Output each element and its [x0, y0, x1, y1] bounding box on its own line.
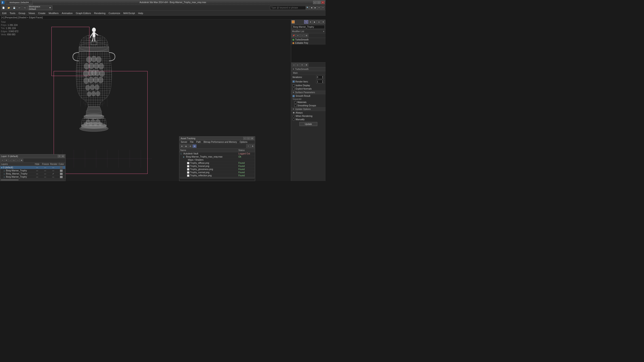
always-radio[interactable] [292, 112, 295, 114]
mod-pin-icon[interactable]: 📌 [292, 34, 296, 37]
mod-select-icon[interactable]: ↕ [300, 34, 304, 37]
layers-move-button[interactable]: → [16, 159, 20, 162]
smoothing-groups-checkbox[interactable] [294, 105, 296, 107]
minimize-button[interactable]: − [313, 1, 317, 4]
asset-close-button[interactable]: ✕ [250, 137, 254, 140]
asset-row-diffuse[interactable]: ⬜ Trophy_diffuse.png Found [179, 162, 255, 165]
menu-create[interactable]: Create [37, 11, 47, 15]
asset-menu-bar: Server File Path Bitmap Performance and … [179, 140, 255, 144]
layers-new-button[interactable]: + [1, 159, 4, 162]
panel-tab-utilities[interactable]: ⚙ [321, 20, 325, 24]
layer-row-1[interactable]: ▷ Borg-Warner_Trophy — — — [0, 169, 65, 172]
mod-list-icon[interactable]: ≡ [296, 34, 300, 37]
menu-graph-editors[interactable]: Graph Editors [74, 11, 92, 15]
color-swatch[interactable] [292, 20, 295, 23]
asset-row-vault[interactable]: ⬡ Autodesk Vault Logged Out [179, 152, 255, 155]
asset-row-max-file[interactable]: ◈ Borg-Warner_Trophy_max_vray.max Ok [179, 155, 255, 158]
explicit-normals-checkbox[interactable] [292, 88, 295, 90]
materials-checkbox[interactable] [294, 101, 296, 103]
sub-icon4[interactable]: ⊞ [304, 63, 308, 67]
panel-tab-modify[interactable]: ✎ [304, 20, 308, 24]
sub-icon1[interactable]: ◁ [292, 63, 296, 67]
maximize-button[interactable]: □ [317, 1, 321, 4]
layers-help-button[interactable]: ? [58, 155, 61, 158]
asset-menu-server[interactable]: Server [179, 140, 188, 144]
asset-row-glossiness[interactable]: ⬜ Trophy_glossiness.png Found [179, 168, 255, 171]
update-button[interactable]: Update [300, 122, 317, 126]
layers-add-button[interactable]: ↓ [8, 159, 12, 162]
layers-merge-button[interactable]: ⊕ [20, 159, 23, 162]
modifier-editable-poly[interactable]: Editable Poly [291, 41, 326, 45]
asset-maximize-button[interactable]: □ [247, 137, 250, 140]
asset-hscrollbar[interactable] [179, 177, 255, 179]
manually-radio[interactable] [292, 118, 295, 121]
surface-params-header[interactable]: ▼ Surface Parameters [291, 90, 326, 94]
viewport[interactable]: Total Polys: 1 281 224 Tris: 1 281 224 E… [0, 20, 291, 181]
new-button[interactable]: 📄 [1, 5, 6, 10]
layers-scrollbar[interactable] [1, 179, 65, 181]
update-options-header[interactable]: ▼ Update Options [291, 107, 326, 111]
smooth-result-checkbox[interactable] [292, 95, 295, 97]
workspace-dropdown[interactable]: Workspace: Default ▼ [28, 5, 52, 10]
layers-select-button[interactable]: ◇ [12, 159, 16, 162]
modifier-turbosmooth[interactable]: TurboSmooth [291, 38, 326, 41]
asset-icon4-active[interactable]: ⊠ [192, 144, 196, 148]
open-button[interactable]: 📂 [6, 5, 11, 10]
asset-menu-bitmap[interactable]: Bitmap Performance and Memory [202, 140, 238, 144]
menu-group[interactable]: Group [17, 11, 27, 15]
menu-rendering[interactable]: Rendering [93, 11, 107, 15]
panel-tab-display[interactable]: ◎ [317, 20, 321, 24]
isoline-checkbox[interactable] [292, 84, 295, 87]
menu-animation[interactable]: Animation [60, 11, 74, 15]
object-name-field[interactable]: Borg-Warner_Trophy [292, 25, 325, 29]
layer-row-3[interactable]: ▷ Borg-Warner_Trophy — — — [0, 175, 65, 179]
asset-row-reflection[interactable]: ⬜ Trophy_reflection.png Found [179, 174, 255, 177]
menu-help[interactable]: Help [137, 11, 145, 15]
search-help-icon[interactable]: ? [321, 6, 325, 10]
close-button[interactable]: ✕ [321, 1, 325, 4]
sub-icon2[interactable]: ▷ [296, 63, 300, 67]
menu-customize[interactable]: Customize [107, 11, 122, 15]
search-expand-icon[interactable]: ◀ [310, 6, 313, 10]
when-rendering-radio[interactable] [292, 115, 295, 117]
asset-settings-icon[interactable]: ⚙ [250, 144, 254, 148]
toolbar-quick-access[interactable]: Workspace: Default ▼ [6, 0, 33, 5]
asset-row-maps[interactable]: Maps / Shaders [179, 158, 255, 162]
panel-tab-motion[interactable]: ▶ [312, 20, 317, 24]
panel-tab-hierarchy[interactable]: ⊕ [308, 20, 312, 24]
layer-row-2[interactable]: ▷ Borg_Warner_Trophy — — ✓ [0, 172, 65, 175]
search-next-icon[interactable]: ▶ [314, 6, 317, 10]
search-options-icon[interactable]: ≡ [317, 6, 321, 10]
menu-modifiers[interactable]: Modifiers [47, 11, 60, 15]
render-iters-spinbox[interactable]: 1 ▲ ▼ [316, 80, 324, 83]
asset-toolbar: ⊞ ▤ ⊟ ⊠ ? ⚙ [179, 144, 255, 149]
redo-button[interactable]: ↪ [22, 5, 27, 10]
materials-row: Materials [291, 100, 326, 104]
menu-maxscript[interactable]: MAXScript [122, 11, 136, 15]
mod-config-icon[interactable]: ⚙ [304, 34, 308, 37]
layer-row-default[interactable]: ■ 0 (default) — — — [0, 166, 65, 169]
search-icon[interactable]: 🔍 [306, 6, 310, 10]
iterations-spinbox[interactable]: 0 ▲ ▼ [316, 75, 324, 79]
layers-delete-button[interactable]: ✕ [4, 159, 8, 162]
menu-tools[interactable]: Tools [8, 11, 17, 15]
asset-row-normal[interactable]: ⬜ Trophy_normal.png Found [179, 171, 255, 174]
asset-help-icon[interactable]: ? [246, 144, 250, 148]
turbosmooth-header[interactable]: ▼ TurboSmooth [291, 67, 326, 71]
render-iters-checkbox[interactable] [292, 80, 295, 83]
undo-button[interactable]: ↩ [17, 5, 22, 10]
asset-icon2[interactable]: ▤ [184, 144, 188, 148]
asset-menu-path[interactable]: Path [195, 140, 202, 144]
asset-icon1[interactable]: ⊞ [180, 144, 184, 148]
menu-edit[interactable]: Edit [1, 11, 8, 15]
save-button[interactable]: 💾 [12, 5, 16, 10]
asset-icon3[interactable]: ⊟ [188, 144, 192, 148]
layers-close-button[interactable]: ✕ [61, 155, 64, 158]
asset-menu-options[interactable]: Options [238, 140, 249, 144]
sub-icon3[interactable]: ⊻ [300, 63, 304, 67]
search-input[interactable] [270, 6, 306, 10]
asset-row-fresnel[interactable]: ⬜ Trophy_fresnel.png Found [179, 165, 255, 168]
asset-menu-file[interactable]: File [188, 140, 195, 144]
menu-views[interactable]: Views [27, 11, 36, 15]
asset-minimize-button[interactable]: − [243, 137, 246, 140]
